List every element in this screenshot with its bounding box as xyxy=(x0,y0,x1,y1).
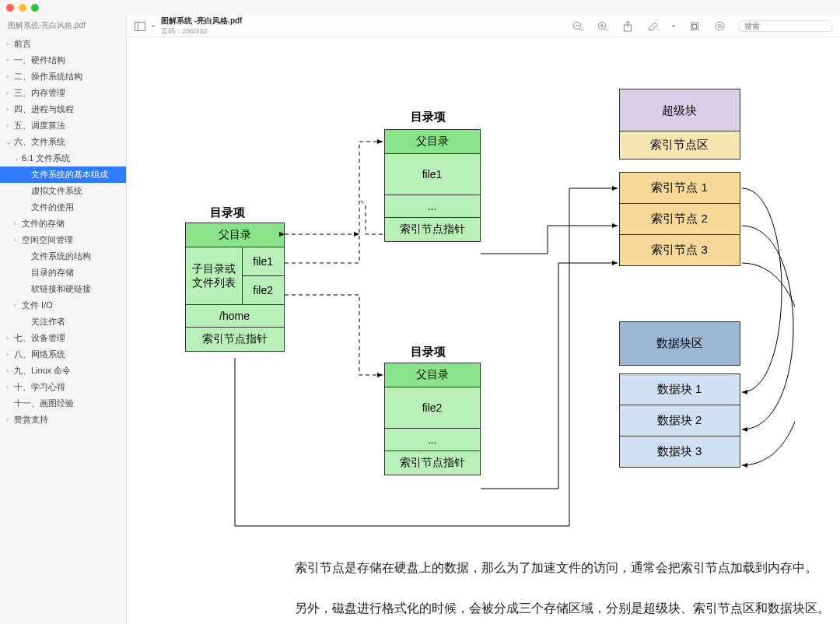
zoom-in-icon[interactable] xyxy=(597,21,608,32)
sidebar-item[interactable]: ›二、操作系统结构 xyxy=(0,68,126,85)
dir-cell: ... xyxy=(385,429,480,451)
sidebar-item[interactable]: ›文件 I/O xyxy=(0,297,126,314)
inode-area-header: 索引节点区 xyxy=(619,131,740,160)
sidebar-item[interactable]: 虚拟文件系统 xyxy=(0,183,126,199)
dir-cell: file2 xyxy=(243,276,284,304)
dir-cell: 父目录 xyxy=(385,130,480,154)
chevron-right-icon: › xyxy=(6,40,12,47)
chevron-down-icon[interactable]: ▾ xyxy=(152,23,155,30)
sidebar-item[interactable]: 十一、画图经验 xyxy=(0,395,126,412)
svg-rect-0 xyxy=(135,22,145,30)
inode-cell: 索引节点 2 xyxy=(620,204,740,235)
svg-line-6 xyxy=(605,28,608,31)
toolbar: ▾ 图解系统 -亮白风格.pdf 页码：286/432 ▾ xyxy=(127,16,840,37)
inode-list: 索引节点 1 索引节点 2 索引节点 3 xyxy=(619,172,740,266)
chevron-down-icon[interactable]: ▾ xyxy=(672,23,675,30)
dir-cell: 父目录 xyxy=(186,223,284,247)
chevron-right-icon: › xyxy=(6,57,12,64)
sidebar-item-label: 一、硬件结构 xyxy=(14,54,65,66)
sidebar-item-label: 二、操作系统结构 xyxy=(14,71,82,82)
svg-point-14 xyxy=(716,22,724,30)
svg-marker-11 xyxy=(649,23,657,30)
dir-cell: /home xyxy=(186,304,284,328)
sidebar-item[interactable]: ›七、设备管理 xyxy=(0,330,126,346)
crop-icon[interactable] xyxy=(689,21,700,32)
sidebar-item-label: 文件系统的结构 xyxy=(31,251,91,262)
edit-icon[interactable] xyxy=(647,21,658,32)
chevron-right-icon: › xyxy=(6,384,12,391)
sidebar-item-label: 十一、画图经验 xyxy=(14,398,74,409)
chevron-right-icon: › xyxy=(6,122,12,129)
chevron-right-icon: › xyxy=(6,106,12,113)
sidebar-item-label: 空闲空间管理 xyxy=(22,234,73,246)
sidebar-item-label: 虚拟文件系统 xyxy=(31,185,82,197)
data-cell: 数据块 2 xyxy=(620,405,740,436)
dir-cell: 子目录或文件列表 xyxy=(186,247,243,304)
sidebar-toggle-icon[interactable] xyxy=(135,21,145,32)
sidebar-item[interactable]: ›四、进程与线程 xyxy=(0,101,126,117)
sidebar-item-label: 软链接和硬链接 xyxy=(31,283,91,295)
chevron-right-icon: › xyxy=(14,237,20,244)
sidebar-item[interactable]: ›前言 xyxy=(0,36,126,52)
sidebar-item[interactable]: 文件系统的基本组成 xyxy=(0,167,126,183)
superblock: 超级块 xyxy=(619,89,740,133)
dir-cell: file1 xyxy=(385,154,480,195)
sidebar: 图解系统-亮白风格.pdf ›前言›一、硬件结构›二、操作系统结构›三、内存管理… xyxy=(0,16,127,624)
sidebar-item[interactable]: ›三、内存管理 xyxy=(0,85,126,101)
sidebar-item[interactable]: ›十、学习心得 xyxy=(0,379,126,395)
close-icon[interactable] xyxy=(6,4,14,12)
sidebar-item-label: 五、调度算法 xyxy=(14,120,65,131)
page-indicator: 页码：286/432 xyxy=(161,26,242,37)
chevron-right-icon: › xyxy=(6,89,12,96)
sidebar-item[interactable]: 软链接和硬链接 xyxy=(0,281,126,297)
dir-entry-midbot: 父目录 file2 ... 索引节点指针 xyxy=(384,363,481,475)
search-input[interactable] xyxy=(739,20,832,32)
sidebar-item-label: 6.1 文件系统 xyxy=(22,152,70,164)
minimize-icon[interactable] xyxy=(19,4,26,12)
svg-rect-12 xyxy=(691,23,698,30)
page-content: 目录项 父目录 子目录或文件列表 file1 file2 /home 索引节点指… xyxy=(127,37,840,624)
sidebar-item[interactable]: 目录的存储 xyxy=(0,265,126,281)
sidebar-item-label: 七、设备管理 xyxy=(14,332,65,344)
chevron-right-icon: › xyxy=(6,335,12,342)
sidebar-item[interactable]: ›八、网络系统 xyxy=(0,346,126,363)
chevron-right-icon: › xyxy=(6,416,12,423)
info-icon[interactable] xyxy=(714,21,725,32)
dir-entry-midtop: 父目录 file1 ... 索引节点指针 xyxy=(384,129,481,242)
sidebar-item[interactable]: ›一、硬件结构 xyxy=(0,52,126,68)
sidebar-item-label: 八、网络系统 xyxy=(14,349,65,360)
sidebar-item-label: 目录的存储 xyxy=(31,267,74,279)
sidebar-item[interactable]: ⌄六、文件系统 xyxy=(0,134,126,150)
sidebar-item-label: 文件的存储 xyxy=(22,218,65,230)
sidebar-item-label: 三、内存管理 xyxy=(14,87,65,99)
sidebar-item-label: 十、学习心得 xyxy=(14,381,65,393)
sidebar-item-label: 九、Linux 命令 xyxy=(14,365,71,377)
dir-cell: file1 xyxy=(243,247,284,276)
paragraph-1: 索引节点是存储在硬盘上的数据，那么为了加速文件的访问，通常会把索引节点加载到内存… xyxy=(295,557,840,580)
dir-entry-midbot-title: 目录项 xyxy=(411,345,446,359)
sidebar-doc-title: 图解系统-亮白风格.pdf xyxy=(0,16,126,36)
sidebar-item[interactable]: ›赞赏支持 xyxy=(0,412,126,428)
window-titlebar xyxy=(0,0,840,16)
data-block-list: 数据块 1 数据块 2 数据块 3 xyxy=(619,373,740,468)
sidebar-item[interactable]: ›五、调度算法 xyxy=(0,117,126,134)
sidebar-item[interactable]: ›文件的存储 xyxy=(0,216,126,232)
chevron-down-icon: ⌄ xyxy=(14,155,20,162)
data-cell: 数据块 3 xyxy=(620,436,740,467)
fullscreen-icon[interactable] xyxy=(31,4,39,12)
sidebar-item[interactable]: ›空闲空间管理 xyxy=(0,232,126,248)
dir-cell: file2 xyxy=(385,387,480,429)
chevron-down-icon: ⌄ xyxy=(6,138,12,145)
sidebar-item-label: 赞赏支持 xyxy=(14,414,48,426)
share-icon[interactable] xyxy=(622,21,633,32)
sidebar-item[interactable]: 文件系统的结构 xyxy=(0,248,126,265)
dir-entry-midtop-title: 目录项 xyxy=(411,110,446,124)
sidebar-item[interactable]: ›九、Linux 命令 xyxy=(0,363,126,379)
inode-cell: 索引节点 1 xyxy=(620,173,740,204)
sidebar-item[interactable]: 文件的使用 xyxy=(0,199,126,216)
document-title: 图解系统 -亮白风格.pdf xyxy=(161,16,242,26)
sidebar-item[interactable]: ⌄6.1 文件系统 xyxy=(0,150,126,167)
dir-cell: ... xyxy=(385,195,480,218)
zoom-out-icon[interactable] xyxy=(572,21,583,32)
sidebar-item[interactable]: 关注作者 xyxy=(0,314,126,330)
